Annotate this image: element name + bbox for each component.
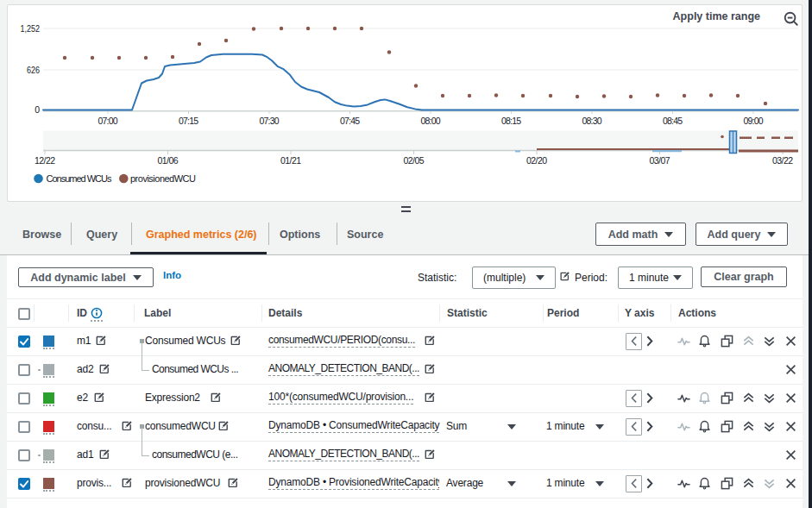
svg-text:07:00: 07:00 bbox=[98, 116, 118, 126]
svg-text:09:00: 09:00 bbox=[744, 116, 764, 126]
svg-text:Consumed WCUs: Consumed WCUs bbox=[47, 173, 113, 184]
svg-text:03/07: 03/07 bbox=[650, 155, 670, 166]
svg-text:08:45: 08:45 bbox=[663, 116, 683, 126]
svg-text:02/05: 02/05 bbox=[404, 155, 425, 166]
svg-text:07:30: 07:30 bbox=[260, 116, 280, 126]
svg-text:08:00: 08:00 bbox=[421, 116, 441, 126]
svg-text:07:15: 07:15 bbox=[179, 116, 198, 126]
svg-text:07:45: 07:45 bbox=[340, 116, 360, 126]
svg-text:02/20: 02/20 bbox=[526, 155, 547, 166]
svg-text:1,252: 1,252 bbox=[21, 23, 41, 34]
svg-text:03/22: 03/22 bbox=[772, 155, 793, 166]
svg-text:provisionedWCU: provisionedWCU bbox=[130, 173, 196, 184]
svg-text:12/22: 12/22 bbox=[35, 155, 55, 166]
svg-text:08:30: 08:30 bbox=[582, 116, 602, 126]
svg-text:08:15: 08:15 bbox=[501, 116, 521, 126]
svg-text:01/06: 01/06 bbox=[158, 155, 179, 166]
svg-text:0: 0 bbox=[35, 104, 40, 115]
svg-text:626: 626 bbox=[27, 65, 40, 75]
svg-text:01/21: 01/21 bbox=[280, 155, 301, 166]
